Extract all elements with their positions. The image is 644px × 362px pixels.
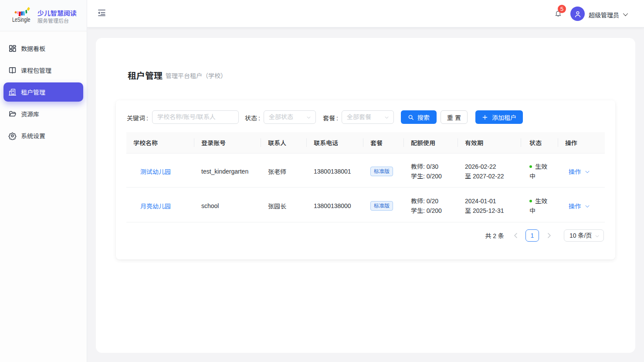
svg-text:LeSingle: LeSingle bbox=[12, 16, 31, 23]
